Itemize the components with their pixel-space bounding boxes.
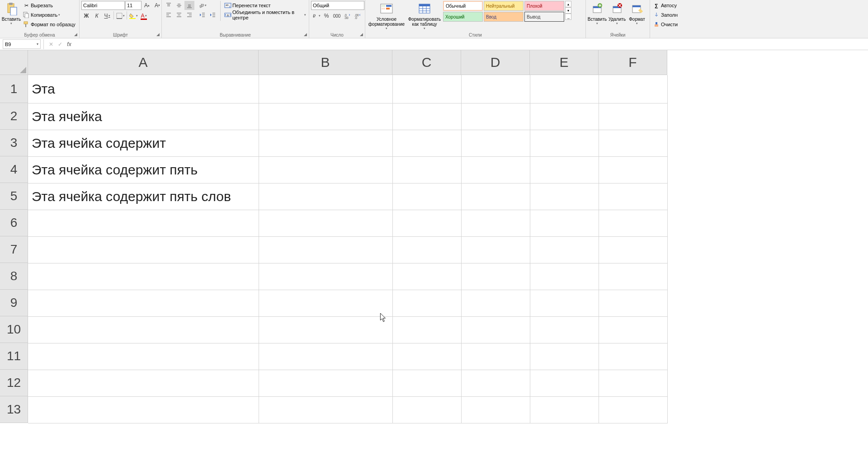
cell-A13[interactable] (28, 396, 259, 423)
cell-C8[interactable] (392, 263, 461, 290)
font-size-input[interactable] (125, 1, 142, 10)
align-left-button[interactable] (164, 10, 174, 19)
cell-A1[interactable]: Эта (28, 75, 259, 103)
cell-F9[interactable] (599, 290, 667, 316)
number-format-select[interactable] (311, 1, 364, 10)
dialog-launcher-number[interactable]: ◢ (359, 32, 364, 38)
cell-A6[interactable] (28, 210, 259, 236)
cell-B8[interactable] (259, 263, 392, 290)
cell-D4[interactable] (461, 156, 530, 183)
fill-color-button[interactable] (128, 11, 138, 20)
align-center-button[interactable] (174, 10, 184, 19)
style-scroll-up[interactable]: ▴ (565, 1, 571, 7)
copy-button[interactable]: Копировать ▾ (22, 10, 76, 19)
cell-B2[interactable] (259, 103, 392, 130)
column-header-F[interactable]: F (599, 50, 667, 75)
paste-button[interactable]: Вставить ▾ (2, 1, 21, 26)
cell-C5[interactable] (392, 183, 461, 210)
cell-A5[interactable]: Эта ячейка содержит пять слов (28, 183, 259, 210)
orientation-button[interactable]: ab (197, 1, 207, 10)
decrease-indent-button[interactable] (197, 10, 207, 19)
cell-F3[interactable] (599, 130, 667, 156)
cell-F4[interactable] (599, 156, 667, 183)
align-bottom-button[interactable] (184, 1, 194, 10)
cell-A9[interactable] (28, 290, 259, 316)
dialog-launcher-font[interactable]: ◢ (155, 32, 160, 38)
cell-D3[interactable] (461, 130, 530, 156)
increase-indent-button[interactable] (208, 10, 217, 19)
cell-D9[interactable] (461, 290, 530, 316)
cell-C1[interactable] (392, 75, 461, 103)
row-header-9[interactable]: 9 (0, 290, 28, 316)
style-bad[interactable]: Плохой (524, 1, 564, 11)
fx-icon[interactable]: fx (65, 41, 74, 47)
cancel-formula-button[interactable]: ✕ (47, 40, 56, 49)
bold-button[interactable]: Ж (81, 11, 91, 20)
autosum-button[interactable]: ∑ Автосу (652, 1, 679, 10)
cell-F11[interactable] (599, 343, 667, 370)
cell-F5[interactable] (599, 183, 667, 210)
cell-A4[interactable]: Эта ячейка содержит пять (28, 156, 259, 183)
row-header-12[interactable]: 12 (0, 370, 28, 396)
name-box[interactable]: B9 ▾ (3, 39, 41, 49)
row-header-3[interactable]: 3 (0, 130, 28, 156)
dialog-launcher-alignment[interactable]: ◢ (302, 32, 308, 38)
percent-button[interactable]: % (321, 11, 331, 20)
cell-D7[interactable] (461, 236, 530, 263)
select-all-corner[interactable] (0, 50, 28, 75)
cell-D10[interactable] (461, 316, 530, 343)
cell-A8[interactable] (28, 263, 259, 290)
cell-E4[interactable] (530, 156, 599, 183)
cell-C4[interactable] (392, 156, 461, 183)
cell-C13[interactable] (392, 396, 461, 423)
borders-button[interactable] (115, 11, 125, 20)
cell-B4[interactable] (259, 156, 392, 183)
style-scroll-down[interactable]: ▾ (565, 7, 571, 14)
cell-C9[interactable] (392, 290, 461, 316)
font-name-input[interactable] (81, 1, 125, 10)
cell-D12[interactable] (461, 370, 530, 396)
comma-button[interactable]: 000 (332, 11, 342, 20)
format-cells-button[interactable]: Формат▾ (627, 1, 646, 26)
cell-A12[interactable] (28, 370, 259, 396)
cell-A10[interactable] (28, 316, 259, 343)
cell-C2[interactable] (392, 103, 461, 130)
cut-button[interactable]: ✂ Вырезать (22, 1, 76, 10)
column-header-C[interactable]: C (392, 50, 461, 75)
merge-center-button[interactable]: a Объединить и поместить в центре ▾ (223, 10, 307, 19)
cell-E3[interactable] (530, 130, 599, 156)
style-output[interactable]: Вывод (524, 12, 564, 22)
cell-E12[interactable] (530, 370, 599, 396)
cell-E2[interactable] (530, 103, 599, 130)
cell-C7[interactable] (392, 236, 461, 263)
cell-C12[interactable] (392, 370, 461, 396)
column-header-E[interactable]: E (530, 50, 599, 75)
wrap-text-button[interactable]: ab Перенести текст (223, 1, 307, 10)
style-input[interactable]: Ввод (484, 12, 524, 22)
row-header-7[interactable]: 7 (0, 236, 28, 263)
increase-decimal-button[interactable]: ,0,00 (342, 11, 352, 20)
cell-F7[interactable] (599, 236, 667, 263)
cell-A11[interactable] (28, 343, 259, 370)
underline-button[interactable]: Ч (102, 11, 112, 20)
cell-D5[interactable] (461, 183, 530, 210)
cells-area[interactable]: ЭтаЭта ячейкаЭта ячейка содержитЭта ячей… (28, 75, 668, 423)
delete-cells-button[interactable]: Удалить▾ (608, 1, 627, 26)
cell-E6[interactable] (530, 210, 599, 236)
row-header-8[interactable]: 8 (0, 263, 28, 290)
cell-F2[interactable] (599, 103, 667, 130)
name-box-dropdown-icon[interactable]: ▾ (37, 42, 38, 46)
formula-input[interactable] (74, 39, 868, 49)
italic-button[interactable]: К (92, 11, 102, 20)
cell-B1[interactable] (259, 75, 392, 103)
cell-F6[interactable] (599, 210, 667, 236)
align-middle-button[interactable] (174, 1, 184, 10)
column-header-A[interactable]: A (28, 50, 259, 75)
cell-D13[interactable] (461, 396, 530, 423)
cell-C6[interactable] (392, 210, 461, 236)
decrease-decimal-button[interactable]: ,00,0 (353, 11, 363, 20)
cell-A2[interactable]: Эта ячейка (28, 103, 259, 130)
style-normal[interactable]: Обычный (443, 1, 483, 11)
style-neutral[interactable]: Нейтральный (484, 1, 524, 11)
conditional-formatting-button[interactable]: Условное форматирование▾ (367, 1, 406, 31)
